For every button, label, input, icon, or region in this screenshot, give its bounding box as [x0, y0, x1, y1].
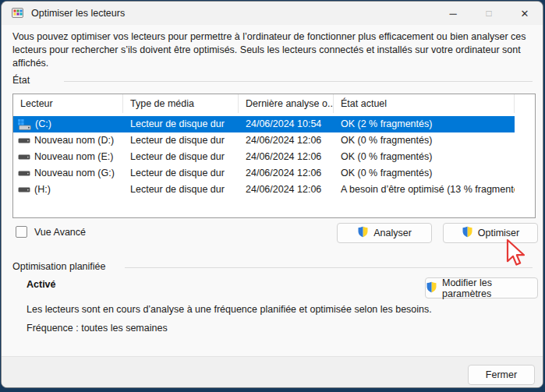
drive-last-analyzed: 24/06/2024 12:06	[239, 182, 334, 198]
analyze-button-label: Analyser	[373, 228, 412, 238]
fermer-button[interactable]: Fermer	[468, 365, 535, 385]
hard-drive-icon	[18, 138, 30, 143]
drive-last-analyzed: 24/06/2024 10:54	[239, 116, 334, 132]
drive-name: Nouveau nom (D:)	[34, 132, 114, 149]
uac-shield-icon	[426, 281, 437, 295]
table-body: (C:) Lecteur de disque dur 24/06/2024 10…	[13, 116, 535, 198]
close-icon[interactable]: ✕	[507, 2, 543, 25]
maximize-icon: □	[471, 2, 507, 25]
status-group-divider	[64, 81, 533, 82]
column-header-derniere-analyse[interactable]: Dernière analyse o...	[239, 94, 334, 113]
drive-last-analyzed: 24/06/2024 12:06	[239, 149, 334, 165]
status-group-label: État	[12, 75, 30, 86]
change-settings-label: Modifier les paramètres	[442, 277, 537, 299]
schedule-frequency: Fréquence : toutes les semaines	[27, 323, 168, 334]
schedule-status: Activé	[27, 279, 56, 290]
drive-status: OK (0 % fragmentés)	[334, 165, 515, 182]
drive-status: OK (0 % fragmentés)	[334, 149, 515, 165]
drives-table: Lecteur Type de média Dernière analyse o…	[12, 94, 536, 218]
fermer-button-label: Fermer	[486, 369, 517, 380]
analyze-button[interactable]: Analyser	[337, 223, 432, 243]
drive-row-d[interactable]: Nouveau nom (D:) Lecteur de disque dur 2…	[13, 132, 535, 149]
advanced-view-label: Vue Avancé	[34, 227, 86, 238]
drive-name: (H:)	[34, 182, 51, 198]
optimize-drives-dialog: Optimiser les lecteurs ─ □ ✕ Vous pouvez…	[1, 1, 543, 388]
drive-media-type: Lecteur de disque dur	[123, 149, 239, 165]
advanced-view-checkbox[interactable]: Vue Avancé	[16, 226, 86, 238]
optimize-button-label: Optimiser	[478, 228, 519, 238]
drive-status: OK (0 % fragmentés)	[334, 132, 515, 149]
drive-row-g[interactable]: Nouveau nom (G:) Lecteur de disque dur 2…	[13, 165, 535, 182]
mouse-cursor-icon	[505, 238, 526, 271]
uac-shield-icon	[357, 226, 369, 240]
drive-status: OK (2 % fragmentés)	[334, 116, 515, 132]
drive-row-h[interactable]: (H:) Lecteur de disque dur 24/06/2024 12…	[13, 182, 535, 198]
hard-drive-icon	[18, 187, 30, 192]
drive-name: (C:)	[35, 116, 51, 132]
drive-row-c[interactable]: (C:) Lecteur de disque dur 24/06/2024 10…	[13, 116, 535, 132]
schedule-description: Les lecteurs sont en cours d’analyse à u…	[27, 304, 432, 315]
window-controls: ─ □ ✕	[435, 2, 543, 25]
schedule-group-label: Optimisation planifiée	[12, 261, 106, 272]
screenshot-root: Optimiser les lecteurs ─ □ ✕ Vous pouvez…	[0, 0, 545, 392]
dialog-footer: Fermer	[2, 356, 543, 387]
drive-last-analyzed: 24/06/2024 12:06	[239, 165, 334, 182]
hard-drive-icon	[18, 154, 30, 160]
drive-name: Nouveau nom (E:)	[34, 149, 113, 165]
windows-system-drive-icon	[18, 119, 31, 130]
drive-name: Nouveau nom (G:)	[34, 165, 115, 182]
schedule-group-divider	[125, 267, 533, 268]
column-header-lecteur[interactable]: Lecteur	[13, 94, 123, 113]
window-title: Optimiser les lecteurs	[31, 8, 125, 19]
change-settings-button[interactable]: Modifier les paramètres	[425, 277, 538, 298]
drive-media-type: Lecteur de disque dur	[123, 182, 239, 198]
column-header-etat-actuel[interactable]: État actuel	[334, 94, 515, 113]
uac-shield-icon	[462, 226, 473, 240]
column-header-type-media[interactable]: Type de média	[123, 94, 239, 113]
defrag-app-icon	[12, 7, 24, 19]
drive-media-type: Lecteur de disque dur	[123, 132, 239, 149]
drive-status: A besoin d’être optimisé (13 % fragmenté…	[334, 182, 515, 198]
drive-media-type: Lecteur de disque dur	[123, 165, 239, 182]
dialog-description: Vous pouvez optimiser vos lecteurs pour …	[12, 30, 538, 70]
minimize-icon[interactable]: ─	[435, 2, 471, 25]
drive-media-type: Lecteur de disque dur	[123, 116, 239, 132]
drive-row-e[interactable]: Nouveau nom (E:) Lecteur de disque dur 2…	[13, 149, 535, 165]
hard-drive-icon	[18, 171, 30, 176]
optimize-button[interactable]: Optimiser	[443, 223, 538, 243]
table-header: Lecteur Type de média Dernière analyse o…	[13, 94, 535, 113]
column-header-filler	[515, 94, 535, 113]
title-bar[interactable]: Optimiser les lecteurs ─ □ ✕	[2, 2, 543, 25]
checkbox-icon[interactable]	[16, 226, 27, 238]
drive-last-analyzed: 24/06/2024 12:06	[239, 132, 334, 149]
